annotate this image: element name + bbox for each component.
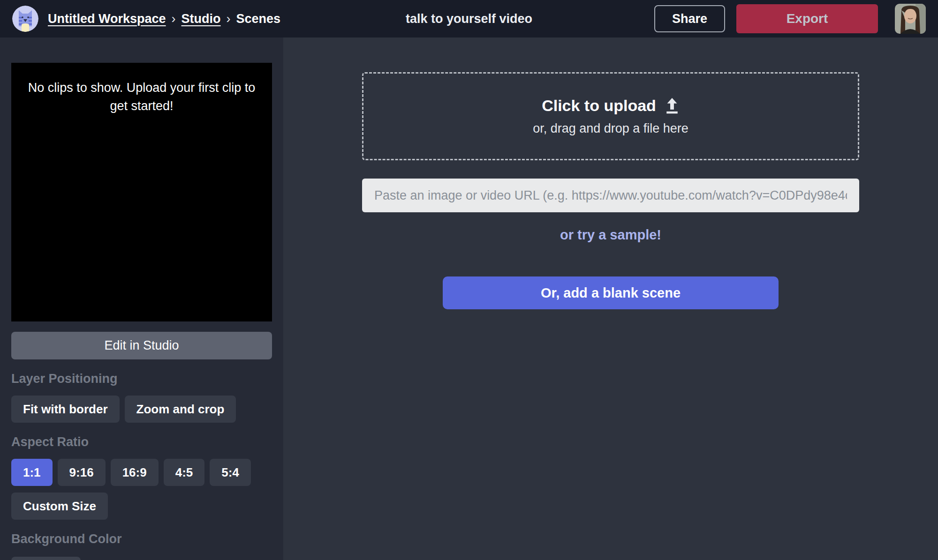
edit-in-studio-button[interactable]: Edit in Studio — [11, 332, 272, 359]
add-blank-scene-button[interactable]: Or, add a blank scene — [443, 276, 779, 309]
zoom-and-crop-button[interactable]: Zoom and crop — [125, 396, 236, 423]
brand-area: Untitled Workspace › Studio › Scenes — [12, 6, 280, 32]
upload-title-row: Click to upload — [542, 97, 680, 115]
upload-subtitle: or, drag and drop a file here — [533, 121, 688, 136]
fit-with-border-button[interactable]: Fit with border — [11, 396, 120, 423]
media-url-input[interactable] — [362, 179, 859, 212]
breadcrumb-separator: › — [227, 12, 231, 26]
breadcrumb: Untitled Workspace › Studio › Scenes — [48, 12, 280, 26]
aspect-ratio-1-1-button[interactable]: 1:1 — [11, 459, 53, 486]
breadcrumb-separator: › — [172, 12, 176, 26]
share-button[interactable]: Share — [654, 5, 725, 32]
layer-positioning-options: Fit with border Zoom and crop — [11, 396, 272, 423]
background-color-swatch[interactable] — [11, 557, 81, 560]
background-color-label: Background Color — [11, 532, 272, 546]
aspect-ratio-label: Aspect Ratio — [11, 435, 272, 449]
custom-size-row: Custom Size — [11, 493, 272, 520]
aspect-ratio-16-9-button[interactable]: 16:9 — [111, 459, 159, 486]
cat-mascot-icon[interactable] — [12, 6, 38, 32]
upload-column: Click to upload or, drag and drop a file… — [362, 37, 859, 309]
try-sample-link[interactable]: or try a sample! — [362, 227, 859, 243]
custom-size-button[interactable]: Custom Size — [11, 493, 108, 520]
aspect-ratio-5-4-button[interactable]: 5:4 — [210, 459, 251, 486]
export-button[interactable]: Export — [736, 4, 878, 33]
upload-icon — [665, 98, 680, 114]
empty-preview-message: No clips to show. Upload your first clip… — [22, 79, 262, 115]
topbar-actions: Share Export — [654, 4, 926, 34]
scene-preview-canvas[interactable]: No clips to show. Upload your first clip… — [11, 63, 272, 321]
scene-sidebar: No clips to show. Upload your first clip… — [0, 37, 283, 560]
top-bar: Untitled Workspace › Studio › Scenes tal… — [0, 0, 938, 37]
breadcrumb-studio-link[interactable]: Studio — [182, 12, 221, 26]
aspect-ratio-9-16-button[interactable]: 9:16 — [58, 459, 106, 486]
breadcrumb-current-page: Scenes — [236, 12, 281, 26]
layer-positioning-label: Layer Positioning — [11, 372, 272, 386]
main-content: Click to upload or, drag and drop a file… — [283, 37, 938, 560]
upload-dropzone[interactable]: Click to upload or, drag and drop a file… — [362, 72, 859, 160]
user-profile-photo[interactable] — [895, 4, 926, 34]
aspect-ratio-4-5-button[interactable]: 4:5 — [164, 459, 205, 486]
aspect-ratio-options: 1:1 9:16 16:9 4:5 5:4 — [11, 459, 272, 486]
upload-title: Click to upload — [542, 97, 656, 115]
breadcrumb-workspace-link[interactable]: Untitled Workspace — [48, 12, 166, 26]
